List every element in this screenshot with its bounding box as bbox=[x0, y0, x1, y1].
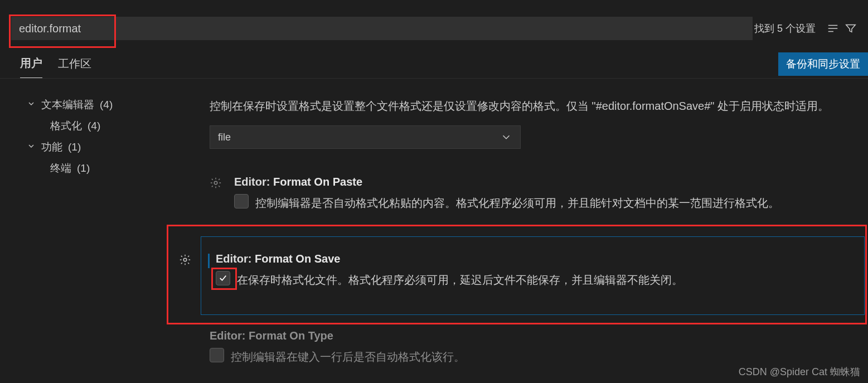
setting-format-on-type: Editor: Format On Type 控制编辑器在键入一行后是否自动格式… bbox=[201, 329, 865, 366]
checkbox-format-on-save[interactable] bbox=[216, 271, 230, 285]
setting-title-prefix: Editor: bbox=[216, 253, 255, 265]
checkbox-format-on-type[interactable] bbox=[210, 348, 224, 362]
setting-title-prefix: Editor: bbox=[210, 329, 249, 342]
results-count: 找到 5 个设置 bbox=[754, 22, 816, 35]
tree-item-features[interactable]: 功能 (1) bbox=[27, 137, 178, 158]
chevron-down-icon bbox=[27, 99, 36, 111]
setting-format-on-save-mode-desc: 控制在保存时设置格式是设置整个文件格式还是仅设置修改内容的格式。仅当 "#edi… bbox=[201, 94, 865, 115]
tree-label: 文本编辑器 bbox=[41, 98, 94, 112]
svg-point-0 bbox=[214, 181, 217, 185]
tree-count: (1) bbox=[68, 141, 81, 153]
setting-title-name: Format On Save bbox=[255, 253, 340, 265]
tree-label: 终端 bbox=[50, 161, 71, 176]
gear-icon[interactable] bbox=[179, 254, 191, 266]
chevron-down-icon bbox=[500, 131, 512, 143]
gear-icon[interactable] bbox=[210, 177, 222, 189]
setting-title-prefix: Editor: bbox=[234, 176, 273, 188]
tree-item-terminal[interactable]: 终端 (1) bbox=[27, 158, 178, 179]
tab-user[interactable]: 用户 bbox=[20, 56, 42, 78]
tree-count: (1) bbox=[77, 162, 90, 174]
settings-tree: 文本编辑器 (4) 格式化 (4) 功能 (1) 终端 (1) bbox=[0, 94, 178, 366]
select-value: file bbox=[218, 132, 231, 143]
tree-label: 功能 bbox=[41, 140, 62, 154]
svg-point-1 bbox=[183, 258, 187, 261]
filter-icon[interactable] bbox=[845, 22, 857, 35]
tab-workspace[interactable]: 工作区 bbox=[58, 56, 91, 78]
tree-item-formatting[interactable]: 格式化 (4) bbox=[27, 115, 178, 137]
setting-format-on-paste: Editor: Format On Paste 控制编辑器是否自动格式化粘贴的内… bbox=[201, 176, 865, 212]
tree-label: 格式化 bbox=[50, 119, 82, 133]
tree-count: (4) bbox=[100, 99, 113, 111]
tree-item-text-editor[interactable]: 文本编辑器 (4) bbox=[27, 94, 178, 115]
tree-count: (4) bbox=[88, 120, 100, 132]
setting-desc: 控制编辑器在键入一行后是否自动格式化该行。 bbox=[231, 348, 465, 366]
setting-title-name: Format On Paste bbox=[273, 176, 362, 188]
setting-desc: 在保存时格式化文件。格式化程序必须可用，延迟后文件不能保存，并且编辑器不能关闭。 bbox=[237, 271, 683, 289]
setting-title-name: Format On Type bbox=[249, 329, 333, 342]
setting-format-on-save: Editor: Format On Save 在保存时格式化文件。格式化程序必须… bbox=[201, 236, 865, 315]
backup-sync-button[interactable]: 备份和同步设置 bbox=[778, 52, 868, 76]
settings-toc-icon[interactable] bbox=[827, 22, 839, 35]
settings-search-input[interactable] bbox=[11, 17, 753, 40]
chevron-down-icon bbox=[27, 141, 36, 153]
setting-format-on-save-mode-select[interactable]: file bbox=[210, 125, 521, 149]
watermark: CSDN @Spider Cat 蜘蛛猫 bbox=[739, 365, 860, 379]
setting-desc: 控制编辑器是否自动格式化粘贴的内容。格式化程序必须可用，并且能针对文档中的某一范… bbox=[255, 194, 779, 212]
checkbox-format-on-paste[interactable] bbox=[234, 194, 249, 209]
